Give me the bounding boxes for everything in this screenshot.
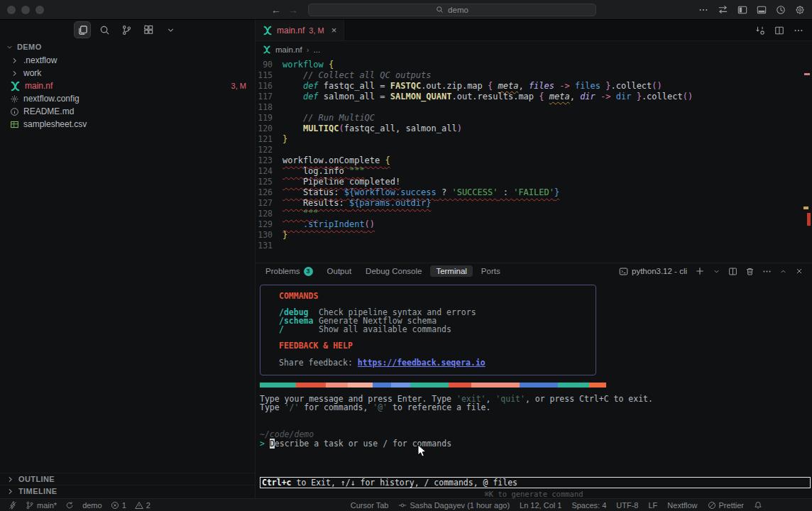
code-line[interactable]: 120 MULTIQC(fastqc_all, salmon_all) xyxy=(256,123,812,134)
tree-item-README-md[interactable]: README.md xyxy=(0,105,255,118)
terminal-footer-bar: Ctrl+c to Exit, ↑/↓ for history, / comma… xyxy=(260,477,811,488)
status-item[interactable] xyxy=(754,501,762,510)
line-number: 121 xyxy=(256,134,282,145)
status-item-utf-8[interactable]: UTF-8 xyxy=(616,501,638,510)
tree-item-work[interactable]: work xyxy=(0,67,255,79)
breadcrumb-file[interactable]: main.nf xyxy=(275,45,302,54)
status-item-spaces-4[interactable]: Spaces: 4 xyxy=(571,501,606,510)
status-item-1[interactable]: 1 xyxy=(111,501,126,510)
code-line[interactable]: 129 .stripIndent() xyxy=(256,219,812,230)
code-area[interactable]: 90workflow {115 // Collect all QC output… xyxy=(256,60,812,251)
panel-tab-problems[interactable]: Problems3 xyxy=(260,265,319,278)
code-line[interactable]: 90workflow { xyxy=(256,60,812,70)
trash-icon[interactable] xyxy=(745,267,755,276)
prettier-icon xyxy=(708,501,716,510)
status-item-2[interactable]: 2 xyxy=(135,501,150,510)
zoom-window-button[interactable] xyxy=(35,6,44,14)
code-line[interactable]: 116 def fastqc_all = FASTQC.out.zip.map … xyxy=(256,81,812,92)
code-line[interactable]: 117 def salmon_all = SALMON_QUANT.out.re… xyxy=(256,92,812,102)
code-line[interactable]: 123workflow.onComplete { xyxy=(256,155,812,166)
panel-bottom-icon[interactable] xyxy=(757,5,767,15)
code-line[interactable]: 130} xyxy=(256,230,812,241)
chevron-up-icon[interactable] xyxy=(779,268,787,275)
code-line[interactable]: 131 xyxy=(256,241,812,251)
explorer-icon[interactable] xyxy=(74,21,91,38)
code-line[interactable]: 125 Pipeline completed! xyxy=(256,177,812,187)
tab-label: main.nf xyxy=(277,26,304,35)
code-line[interactable]: 127 Results: ${params.outdir} xyxy=(256,198,812,209)
code-line[interactable]: 124 log.info """ xyxy=(256,166,812,177)
section-timeline[interactable]: TIMELINE xyxy=(0,485,255,497)
terminal-instance[interactable]: python3.12 - cli xyxy=(619,267,687,276)
status-item-lf[interactable]: LF xyxy=(649,501,658,510)
settings-gear-icon[interactable] xyxy=(795,5,805,15)
code-line[interactable]: 115 // Collect all QC outputs xyxy=(256,70,812,81)
split-terminal-icon[interactable] xyxy=(728,267,737,276)
chevron-down-icon[interactable] xyxy=(162,21,179,38)
panel-tab-ports[interactable]: Ports xyxy=(476,265,506,277)
status-item[interactable] xyxy=(9,501,17,510)
line-number: 126 xyxy=(256,187,282,198)
forward-icon[interactable]: → xyxy=(288,4,298,16)
tree-item-samplesheet-csv[interactable]: samplesheet.csv xyxy=(0,118,255,131)
panel-tab-output[interactable]: Output xyxy=(322,265,358,277)
line-content: MULTIQC(fastqc_all, salmon_all) xyxy=(282,123,462,134)
tree-item-nextflow-config[interactable]: nextflow.config xyxy=(0,92,255,105)
line-content: """ xyxy=(282,209,319,219)
line-number: 131 xyxy=(256,241,282,251)
close-panel-icon[interactable] xyxy=(795,267,803,275)
status-item-main-[interactable]: main* xyxy=(26,501,57,510)
table-icon xyxy=(10,120,19,129)
status-item-ln-12-col-1[interactable]: Ln 12, Col 1 xyxy=(520,501,561,510)
tree-item-main-nf[interactable]: main.nf3, M xyxy=(0,79,255,92)
panel-tab-terminal[interactable]: Terminal xyxy=(430,265,472,277)
status-item-demo[interactable]: demo xyxy=(82,501,102,510)
extensions-icon[interactable] xyxy=(140,21,157,38)
ai-icon[interactable] xyxy=(776,5,786,15)
line-number: 90 xyxy=(256,60,282,70)
code-line[interactable]: 122 xyxy=(256,145,812,155)
close-window-button[interactable] xyxy=(7,6,16,14)
back-icon[interactable]: ← xyxy=(271,4,281,16)
status-item-prettier[interactable]: Prettier xyxy=(708,501,744,510)
code-line[interactable]: 128 """ xyxy=(256,209,812,219)
feedback-heading: FEEDBACK & HELP xyxy=(279,342,588,351)
editor: main.nf 3, M × main.nf › ... 90workflow … xyxy=(256,20,812,263)
status-item-sasha-dagayev-1-hour-ago-[interactable]: Sasha Dagayev (1 hour ago) xyxy=(398,501,510,510)
tab-main-nf[interactable]: main.nf 3, M × xyxy=(256,20,344,40)
new-terminal-icon[interactable] xyxy=(695,266,705,276)
code-line[interactable]: 126 Status: ${workflow.success ? 'SUCCES… xyxy=(256,187,812,198)
more-icon[interactable] xyxy=(698,5,708,15)
swap-arrows-icon[interactable] xyxy=(718,4,728,15)
commands-heading: COMMANDS xyxy=(279,292,588,301)
open-changes-icon[interactable] xyxy=(755,26,765,35)
more-icon[interactable] xyxy=(794,26,803,35)
window-controls[interactable] xyxy=(7,6,44,14)
breadcrumb[interactable]: main.nf › ... xyxy=(256,41,812,58)
status-item-nextflow[interactable]: Nextflow xyxy=(667,501,697,510)
panel-left-icon[interactable] xyxy=(737,5,747,15)
source-control-icon[interactable] xyxy=(118,21,135,38)
minimize-window-button[interactable] xyxy=(21,6,30,14)
chevron-down-icon[interactable] xyxy=(713,268,720,275)
code-line[interactable]: 118 xyxy=(256,102,812,113)
explorer-section-header[interactable]: DEMO xyxy=(6,43,42,51)
code-line[interactable]: 121} xyxy=(256,134,812,145)
section-outline[interactable]: OUTLINE xyxy=(0,473,255,485)
more-icon[interactable] xyxy=(762,267,772,276)
file-tree: .nextflowworkmain.nf3, Mnextflow.configR… xyxy=(0,54,255,131)
command-center-search[interactable]: demo xyxy=(308,4,596,16)
search-icon[interactable] xyxy=(96,21,113,38)
close-tab-icon[interactable]: × xyxy=(331,25,337,35)
status-item-cursor-tab[interactable]: Cursor Tab xyxy=(351,501,389,510)
breadcrumb-symbol[interactable]: ... xyxy=(314,45,321,54)
status-item[interactable] xyxy=(65,501,74,510)
code-line[interactable]: 119 // Run MultiQC xyxy=(256,113,812,123)
tree-item--nextflow[interactable]: .nextflow xyxy=(0,54,255,67)
split-editor-icon[interactable] xyxy=(774,26,784,35)
terminal-cursor: D xyxy=(270,439,275,449)
line-content: workflow { xyxy=(282,60,334,70)
feedback-link[interactable]: https://feedback.seqera.io xyxy=(358,358,485,368)
panel-tab-debug-console[interactable]: Debug Console xyxy=(360,265,427,277)
line-number: 128 xyxy=(256,209,282,219)
